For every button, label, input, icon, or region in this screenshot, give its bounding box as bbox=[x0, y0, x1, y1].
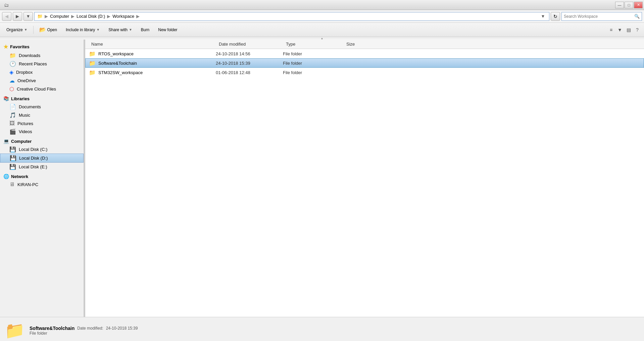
sidebar-item-videos[interactable]: 🎬 Videos bbox=[0, 127, 84, 136]
file-type-rtos: File folder bbox=[283, 51, 343, 56]
status-bar: 📁 Software&Toolchain Date modified: 24-1… bbox=[0, 317, 644, 341]
col-header-type[interactable]: Type bbox=[283, 40, 344, 48]
up-button[interactable]: ▼ bbox=[23, 12, 33, 21]
burn-label: Burn bbox=[141, 27, 149, 32]
file-date-stm32: 01-06-2018 12:48 bbox=[216, 70, 283, 75]
main-layout: ★ Favorites 📁 Downloads 🕐 Recent Places … bbox=[0, 40, 644, 317]
include-arrow: ▼ bbox=[96, 28, 100, 32]
burn-button[interactable]: Burn bbox=[137, 25, 153, 35]
creative-cloud-icon: ⬡ bbox=[9, 86, 14, 92]
search-input[interactable] bbox=[564, 14, 633, 19]
pictures-label: Pictures bbox=[17, 121, 33, 126]
disk-e-icon: 💾 bbox=[9, 164, 16, 170]
libraries-header[interactable]: 📚 Libraries bbox=[0, 95, 84, 103]
file-date-software: 24-10-2018 15:39 bbox=[216, 61, 283, 66]
documents-label: Documents bbox=[19, 104, 41, 109]
libraries-label: Libraries bbox=[11, 96, 30, 101]
computer-header[interactable]: 💻 Computer bbox=[0, 137, 84, 145]
sidebar-item-dropbox[interactable]: ◈ Dropbox bbox=[0, 68, 84, 76]
sidebar-item-creative-cloud[interactable]: ⬡ Creative Cloud Files bbox=[0, 85, 84, 93]
status-folder-name: Software&Toolchain bbox=[30, 326, 75, 331]
sidebar-item-disk-c[interactable]: 💾 Local Disk (C:) bbox=[0, 145, 84, 154]
file-item-software-toolchain[interactable]: 📁 Software&Toolchain 24-10-2018 15:39 Fi… bbox=[85, 58, 644, 68]
new-folder-button[interactable]: New folder bbox=[154, 25, 181, 35]
network-header[interactable]: 🌐 Network bbox=[0, 172, 84, 180]
address-path[interactable]: 📁 ▶ Computer ▶ Local Disk (D:) ▶ Workspa… bbox=[34, 12, 549, 21]
cc-label: Creative Cloud Files bbox=[17, 87, 56, 92]
file-type-software: File folder bbox=[283, 61, 343, 66]
breadcrumb-folder[interactable]: Workspace bbox=[112, 14, 134, 19]
file-name-stm32: STM32SW_workspace bbox=[98, 70, 216, 75]
status-folder-icon: 📁 bbox=[5, 321, 25, 340]
share-with-button[interactable]: Share with ▼ bbox=[105, 25, 136, 35]
music-label: Music bbox=[19, 113, 30, 118]
network-label: Network bbox=[11, 174, 28, 179]
breadcrumb-computer[interactable]: Computer bbox=[50, 14, 69, 19]
favorites-label: Favorites bbox=[10, 44, 30, 49]
recent-places-icon: 🕐 bbox=[9, 61, 16, 67]
disk-d-label: Local Disk (D:) bbox=[19, 156, 48, 161]
dropbox-label: Dropbox bbox=[16, 70, 33, 75]
sidebar-item-onedrive[interactable]: ☁ OneDrive bbox=[0, 76, 84, 85]
file-item-rtos[interactable]: 📁 RTOS_workspace 24-10-2018 14:56 File f… bbox=[85, 49, 644, 58]
sidebar-item-documents[interactable]: 📄 Documents bbox=[0, 103, 84, 111]
maximize-button[interactable]: □ bbox=[625, 2, 633, 8]
pictures-icon: 🖼 bbox=[9, 120, 15, 126]
address-dropdown[interactable]: ▼ bbox=[540, 12, 546, 20]
computer-icon: 💻 bbox=[3, 138, 9, 144]
kiran-pc-icon: 🖥 bbox=[9, 181, 15, 187]
status-date-label: Date modified: bbox=[77, 326, 103, 331]
sidebar-item-disk-d[interactable]: 💾 Local Disk (D:) bbox=[0, 154, 84, 163]
toolbar-separator-1 bbox=[33, 26, 34, 34]
refresh-button[interactable]: ↻ bbox=[551, 12, 560, 21]
sidebar-section-network: 🌐 Network 🖥 KIRAN-PC bbox=[0, 172, 84, 188]
sidebar-item-pictures[interactable]: 🖼 Pictures bbox=[0, 119, 84, 127]
help-button[interactable]: ? bbox=[633, 26, 641, 34]
organize-button[interactable]: Organize ▼ bbox=[3, 25, 31, 35]
view-dropdown-button[interactable]: ▼ bbox=[616, 26, 624, 34]
back-button[interactable]: ◀ bbox=[2, 12, 11, 21]
column-headers: Name Date modified Type Size bbox=[85, 40, 644, 49]
disk-c-label: Local Disk (C:) bbox=[19, 147, 47, 152]
title-bar-left: 🗂 bbox=[1, 2, 9, 8]
star-icon: ★ bbox=[3, 44, 8, 50]
close-button[interactable]: ✕ bbox=[634, 2, 643, 8]
include-in-library-button[interactable]: Include in library ▼ bbox=[62, 25, 103, 35]
open-button[interactable]: 📂 Open bbox=[36, 25, 61, 35]
include-label: Include in library bbox=[66, 27, 95, 32]
sidebar-item-recent-places[interactable]: 🕐 Recent Places bbox=[0, 60, 84, 68]
col-header-size[interactable]: Size bbox=[344, 40, 377, 48]
preview-pane-button[interactable]: ▤ bbox=[625, 26, 633, 34]
status-type: File folder bbox=[30, 331, 138, 336]
search-icon[interactable]: 🔍 bbox=[634, 14, 640, 19]
disk-c-icon: 💾 bbox=[9, 146, 16, 153]
computer-label: Computer bbox=[11, 139, 32, 144]
videos-label: Videos bbox=[19, 129, 32, 134]
file-item-stm32[interactable]: 📁 STM32SW_workspace 01-06-2018 12:48 Fil… bbox=[85, 68, 644, 77]
network-icon: 🌐 bbox=[3, 174, 9, 179]
title-bar: 🗂 — □ ✕ bbox=[0, 0, 644, 10]
file-icon-rtos: 📁 bbox=[89, 51, 96, 57]
share-label: Share with bbox=[108, 27, 128, 32]
sidebar-section-favorites: ★ Favorites 📁 Downloads 🕐 Recent Places … bbox=[0, 42, 84, 93]
breadcrumb-disk[interactable]: Local Disk (D:) bbox=[77, 14, 105, 19]
sidebar-item-downloads[interactable]: 📁 Downloads bbox=[0, 51, 84, 60]
dropbox-icon: ◈ bbox=[9, 69, 13, 75]
forward-button[interactable]: ▶ bbox=[13, 12, 22, 21]
change-view-button[interactable]: ≡ bbox=[607, 26, 615, 34]
file-list: 📁 RTOS_workspace 24-10-2018 14:56 File f… bbox=[85, 49, 644, 317]
status-date-value: 24-10-2018 15:39 bbox=[106, 326, 138, 331]
file-icon-stm32: 📁 bbox=[89, 69, 96, 76]
favorites-header[interactable]: ★ Favorites bbox=[0, 42, 84, 51]
search-box[interactable]: 🔍 bbox=[561, 12, 642, 21]
recent-places-label: Recent Places bbox=[19, 61, 47, 66]
sidebar-item-music[interactable]: 🎵 Music bbox=[0, 111, 84, 119]
col-header-name[interactable]: Name bbox=[89, 40, 216, 48]
sidebar-item-disk-e[interactable]: 💾 Local Disk (E:) bbox=[0, 163, 84, 171]
minimize-button[interactable]: — bbox=[615, 2, 624, 8]
sidebar-item-kiran-pc[interactable]: 🖥 KIRAN-PC bbox=[0, 180, 84, 188]
onedrive-icon: ☁ bbox=[9, 77, 15, 84]
col-header-date[interactable]: Date modified bbox=[216, 40, 283, 48]
sidebar-section-computer: 💻 Computer 💾 Local Disk (C:) 💾 Local Dis… bbox=[0, 137, 84, 171]
organize-arrow: ▼ bbox=[24, 28, 28, 32]
